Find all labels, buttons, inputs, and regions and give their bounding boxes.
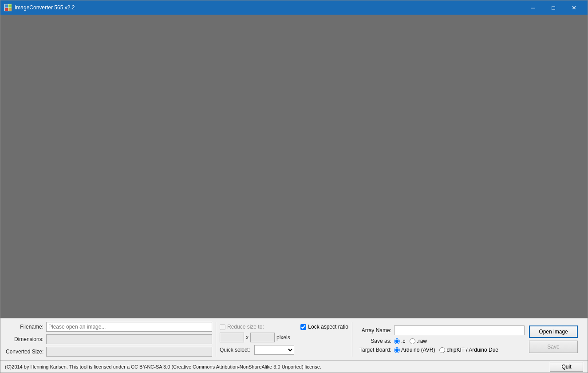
chipkit-radio[interactable]: [439, 347, 445, 353]
save-button[interactable]: Save: [529, 341, 578, 353]
reduce-size-label: Reduce size to:: [227, 324, 264, 330]
svg-rect-4: [8, 8, 12, 11]
target-board-radio-group: Arduino (AVR) chipKIT / Arduino Due: [394, 347, 498, 353]
divider-1: [216, 322, 216, 357]
converted-size-label: Converted Size:: [6, 349, 43, 355]
action-buttons-section: Open image Save: [525, 325, 582, 353]
bottom-panel: Filename: Dimensions: Converted Size:: [0, 318, 588, 360]
save-as-label: Save as:: [356, 338, 391, 344]
lock-aspect-label: Lock aspect ratio: [308, 324, 348, 330]
save-as-raw-option: .raw: [410, 338, 427, 344]
quick-select-dropdown[interactable]: [254, 345, 294, 355]
controls-row: Filename: Dimensions: Converted Size:: [6, 322, 582, 357]
svg-rect-3: [5, 8, 8, 11]
main-window: ImageConverter 565 v2.2 ─ □ ✕ Filename: …: [0, 0, 588, 373]
arduino-avr-label: Arduino (AVR): [401, 347, 435, 353]
title-bar-text: ImageConverter 565 v2.2: [15, 4, 523, 11]
save-as-c-radio[interactable]: [394, 338, 400, 344]
chipkit-label: chipKIT / Arduino Due: [446, 347, 498, 353]
dimensions-input[interactable]: [46, 334, 212, 344]
quick-select-label: Quick select:: [220, 347, 252, 353]
lock-aspect-checkbox-group: Lock aspect ratio: [300, 324, 348, 330]
lock-aspect-checkbox[interactable]: [300, 324, 306, 330]
minimize-button[interactable]: ─: [523, 0, 543, 15]
size-inputs-row: x pixels: [220, 333, 348, 342]
target-board-row: Target Board: Arduino (AVR) chipKIT / Ar…: [356, 347, 525, 353]
dimensions-label: Dimensions:: [6, 336, 43, 342]
width-input[interactable]: [220, 333, 244, 342]
pixels-label: pixels: [276, 334, 290, 341]
save-as-row: Save as: .c .raw: [356, 338, 525, 344]
filename-label: Filename:: [6, 324, 43, 330]
save-as-raw-radio[interactable]: [410, 338, 415, 344]
output-section: Array Name: Save as: .c .raw: [356, 325, 525, 353]
target-board-label: Target Board:: [356, 347, 391, 353]
save-as-c-label: .c: [401, 338, 405, 344]
status-text: (C)2014 by Henning Karlsen. This tool is…: [5, 364, 550, 369]
save-as-radio-group: .c .raw: [394, 338, 427, 344]
resize-section: Reduce size to: Lock aspect ratio x pixe…: [220, 324, 348, 355]
svg-rect-1: [5, 4, 8, 8]
array-name-input[interactable]: [394, 325, 525, 335]
maximize-button[interactable]: □: [543, 0, 564, 15]
x-label: x: [246, 334, 249, 341]
title-bar: ImageConverter 565 v2.2 ─ □ ✕: [0, 0, 588, 15]
reduce-size-checkbox-group: Reduce size to:: [220, 324, 264, 330]
title-bar-controls: ─ □ ✕: [523, 0, 584, 15]
converted-size-input[interactable]: [46, 347, 212, 357]
chipkit-option: chipKIT / Arduino Due: [439, 347, 498, 353]
arduino-avr-option: Arduino (AVR): [394, 347, 435, 353]
save-as-raw-label: .raw: [417, 338, 427, 344]
file-info-section: Filename: Dimensions: Converted Size:: [6, 322, 212, 357]
divider-2: [352, 322, 352, 357]
array-name-label: Array Name:: [356, 327, 391, 333]
app-icon: [4, 4, 12, 12]
status-bar: (C)2014 by Henning Karlsen. This tool is…: [0, 360, 588, 373]
reduce-size-row: Reduce size to: Lock aspect ratio: [220, 324, 348, 330]
filename-row: Filename:: [6, 322, 212, 332]
close-button[interactable]: ✕: [564, 0, 584, 15]
image-preview-area: [0, 15, 588, 318]
svg-rect-2: [8, 4, 12, 8]
reduce-size-checkbox[interactable]: [220, 324, 225, 330]
height-input[interactable]: [250, 333, 275, 342]
dimensions-row: Dimensions:: [6, 334, 212, 344]
filename-input[interactable]: [46, 322, 212, 332]
converted-size-row: Converted Size:: [6, 347, 212, 357]
save-as-c-option: .c: [394, 338, 405, 344]
arduino-avr-radio[interactable]: [394, 347, 400, 353]
array-name-row: Array Name:: [356, 325, 525, 335]
quick-select-row: Quick select:: [220, 345, 348, 355]
quit-button[interactable]: Quit: [550, 362, 583, 372]
open-image-button[interactable]: Open image: [529, 325, 578, 338]
